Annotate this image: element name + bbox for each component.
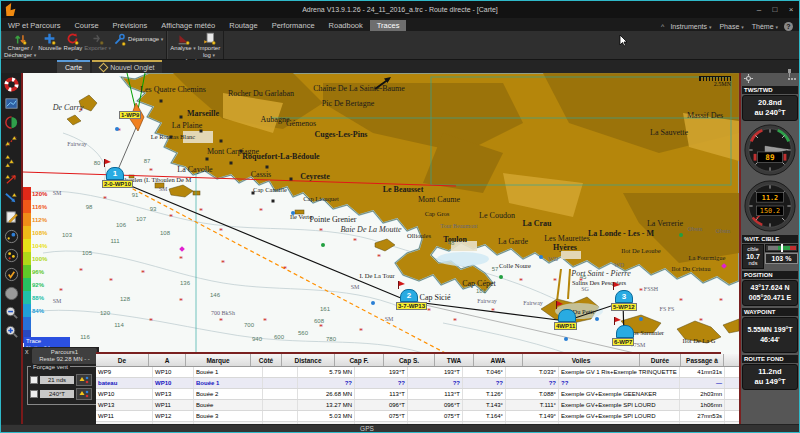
map-canvas[interactable]: ********************************** De Ca… [23, 73, 739, 424]
chart-symbol [679, 233, 683, 237]
chart-symbol: * [639, 287, 643, 296]
chart-symbol: * [103, 195, 107, 204]
doc-tab-nouvel-onglet[interactable]: Nouvel Onglet [92, 60, 162, 73]
collapse-ribbon-icon[interactable]: ^ [661, 23, 664, 30]
wind-speed-picker-button[interactable] [76, 374, 92, 386]
table-cell: 096°T [355, 400, 408, 410]
wind-dir-picker-button[interactable] [76, 388, 92, 400]
ribbon-tab-pr-visions[interactable]: Prévisions [106, 20, 155, 31]
map-label: Cap Sicié [420, 293, 451, 302]
table-cell: T.046° [506, 422, 559, 424]
polar-icon[interactable] [2, 114, 20, 130]
column-header-a[interactable]: A [149, 354, 186, 366]
map-label: Le Beausset [383, 185, 424, 194]
charger-button[interactable]: Charger /Décharger ▾ [4, 32, 36, 58]
ribbon-tab-routage[interactable]: Routage [222, 20, 264, 31]
column-header-ct[interactable]: Côté [251, 354, 282, 366]
mob-lifebuoy-icon[interactable] [2, 76, 20, 92]
replay-button[interactable]: Replay [64, 32, 83, 52]
chart-symbol: * [149, 167, 153, 176]
wind-speed-field[interactable]: 21 nds [40, 376, 74, 384]
waypoint-marker[interactable]: 4WP11 [558, 309, 576, 322]
bearing-icon[interactable] [2, 190, 20, 206]
analyse-button[interactable]: Analyse ▾ [170, 32, 196, 52]
doc-tab-carte[interactable]: Carte [57, 60, 90, 73]
map-label: WD [614, 262, 624, 268]
zoom-out-icon[interactable] [2, 304, 20, 320]
maximize-button[interactable]: □ [767, 5, 783, 14]
instruments-sidebar: TWS/TWD 20.8nd au 240°T [739, 73, 799, 424]
menu-thème[interactable]: Thème ▾ [752, 23, 778, 30]
zoom-in-icon[interactable] [2, 323, 20, 339]
column-header-caps[interactable]: Cap S. [384, 354, 435, 366]
ribbon-tab-wp-et-parcours[interactable]: WP et Parcours [1, 20, 67, 31]
column-header-distance[interactable]: Distance [282, 354, 335, 366]
column-header-de[interactable]: De [96, 354, 149, 366]
ribbon-tab-traces[interactable]: Traces [370, 20, 407, 31]
wind-dir-field[interactable]: 240°T [40, 390, 74, 398]
map-label: Colle Noure [499, 262, 531, 269]
table-row[interactable]: bateauWP10Bouée 1????????????— [96, 378, 739, 389]
mark-arrow-icon[interactable] [2, 171, 20, 187]
importer-button[interactable]: Importerlog ▾ [198, 32, 220, 58]
route-marks-icon[interactable] [2, 133, 20, 149]
waypoint-marker[interactable]: 6-WP7 [616, 325, 634, 338]
waypoint-dome[interactable] [558, 309, 576, 322]
close-button[interactable]: × [783, 5, 799, 14]
waypoint-marker[interactable]: 23-7-WP13 [400, 289, 418, 302]
ribbon-tab-performance[interactable]: Performance [265, 20, 322, 31]
table-cell: WP12 [153, 411, 194, 421]
disabled-circle-icon[interactable] [2, 285, 20, 301]
route-legs-table[interactable]: DeAMarqueCôtéDistanceCap F.Cap S.TWAAWAV… [96, 352, 721, 424]
waypoint-flag-icon [398, 281, 399, 289]
table-cell [263, 422, 298, 424]
menu-instruments[interactable]: Instruments ▾ [670, 23, 711, 30]
table-cell: Bouée 2 [194, 389, 263, 399]
marks-icon[interactable] [2, 152, 20, 168]
wind-dir-checkbox[interactable] [30, 390, 38, 398]
nouvelle-button[interactable]: Nouvelle [38, 32, 61, 52]
edit-route-icon[interactable] [2, 209, 20, 225]
table-cell: 075°T [408, 411, 463, 421]
column-header-awa[interactable]: AWA [474, 354, 523, 366]
ribbon-tab-roadbook[interactable]: Roadbook [322, 20, 370, 31]
column-header-capf[interactable]: Cap F. [335, 354, 384, 366]
waypoint-dome[interactable]: 3 [615, 290, 633, 303]
waypoint-dome[interactable]: 1 [106, 167, 124, 180]
chart-icon[interactable] [2, 95, 20, 111]
help-button[interactable]: ? [784, 22, 793, 31]
compass-marks-icon[interactable] [2, 247, 20, 263]
waypoint-dome[interactable]: 2 [400, 289, 418, 302]
compass-blue-icon[interactable] [2, 228, 20, 244]
waypoint-marker[interactable]: 35-WP12 [615, 290, 633, 303]
mouse-cursor [619, 34, 628, 47]
ribbon-tab-course[interactable]: Course [67, 20, 105, 31]
gear-icon[interactable] [744, 74, 753, 83]
column-header-voiles[interactable]: Voiles [523, 354, 640, 366]
waypoint-marker[interactable]: 12-0-WP10 [106, 167, 124, 180]
ribbon-tab-affichage-m-t-o[interactable]: Affichage météo [154, 20, 222, 31]
chart-symbol [206, 158, 209, 161]
table-cell [263, 378, 298, 388]
table-row[interactable]: WP13WP11Bouée13.27 MN096°T096°TT.143°T.1… [96, 400, 739, 411]
table-row[interactable]: WP11WP12Bouée 35.03 MN075°T075°TT.164°T.… [96, 411, 739, 422]
map-label: Mont Caume [418, 195, 460, 204]
column-header-passage[interactable]: Passage à [681, 354, 724, 366]
depannage-button[interactable]: Dépannage ▾ [113, 33, 163, 46]
wind-speed-checkbox[interactable] [30, 376, 38, 384]
minimize-button[interactable]: – [751, 5, 767, 14]
menu-phase[interactable]: Phase ▾ [719, 23, 743, 30]
column-header-twa[interactable]: TWA [435, 354, 474, 366]
pin-icon[interactable] [786, 63, 793, 81]
parcours-close-button[interactable]: x [25, 348, 29, 355]
column-header-dure[interactable]: Durée [640, 354, 681, 366]
table-cell: 075°T [355, 411, 408, 421]
column-header-marque[interactable]: Marque [186, 354, 251, 366]
table-row[interactable]: WP12WP7Bouée3.21 MN176°T176°TT.064°T.046… [96, 422, 739, 424]
table-row[interactable]: WP9WP10Bouée 15.79 MN193°T193°TT.046°T.0… [96, 367, 739, 378]
compass-check-icon[interactable] [2, 266, 20, 282]
map-label: 161 [320, 306, 330, 312]
waypoint-dome[interactable] [616, 325, 634, 338]
ribbon-body: Charger /Décharger ▾NouvelleReplayExport… [1, 31, 799, 60]
table-row[interactable]: WP10WP13Bouée 226.68 MN113°T113°TT.126°T… [96, 389, 739, 400]
